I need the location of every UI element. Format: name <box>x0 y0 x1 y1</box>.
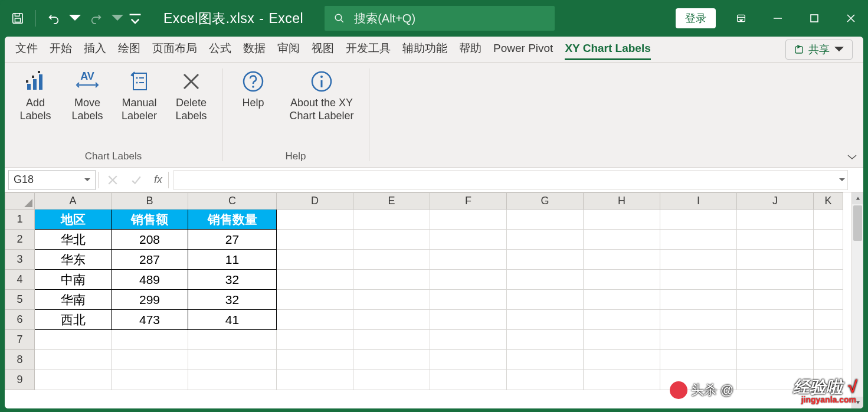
cell[interactable] <box>353 310 430 330</box>
manual-labeler-button[interactable]: ManualLabeler <box>114 66 164 122</box>
cell[interactable] <box>353 330 430 350</box>
undo-dropdown[interactable] <box>69 6 81 30</box>
tab-home[interactable]: 开始 <box>50 37 72 61</box>
scroll-up-button[interactable] <box>852 192 863 204</box>
cell[interactable]: 473 <box>112 310 188 330</box>
cell[interactable] <box>584 230 660 250</box>
tab-view[interactable]: 视图 <box>312 37 334 61</box>
cell[interactable] <box>353 350 430 370</box>
cell[interactable]: 32 <box>188 290 277 310</box>
cell[interactable] <box>660 230 737 250</box>
cell[interactable] <box>814 310 843 330</box>
column-header[interactable]: H <box>584 193 660 210</box>
tab-insert[interactable]: 插入 <box>84 37 106 61</box>
cell[interactable]: 299 <box>112 290 188 310</box>
about-button[interactable]: About the XYChart Labeler <box>280 66 363 122</box>
vertical-scrollbar[interactable] <box>851 192 863 408</box>
save-button[interactable] <box>6 6 30 30</box>
cell[interactable] <box>353 370 430 390</box>
cell[interactable] <box>507 330 584 350</box>
tab-layout[interactable]: 页面布局 <box>152 37 197 61</box>
fx-label[interactable]: fx <box>148 174 168 186</box>
qat-customize[interactable] <box>127 6 143 30</box>
tab-powerpivot[interactable]: Power Pivot <box>493 38 553 60</box>
column-header[interactable]: B <box>112 193 188 210</box>
close-button[interactable] <box>840 7 862 30</box>
cell[interactable] <box>35 330 112 350</box>
confirm-entry-button[interactable] <box>125 170 148 190</box>
cell[interactable] <box>737 250 814 270</box>
cell[interactable] <box>737 270 814 290</box>
tab-review[interactable]: 审阅 <box>277 37 300 61</box>
cell[interactable] <box>188 350 277 370</box>
cell[interactable]: 销售数量 <box>188 210 277 230</box>
row-header[interactable]: 7 <box>5 330 35 350</box>
login-button[interactable]: 登录 <box>676 8 716 28</box>
cell[interactable] <box>430 210 507 230</box>
cell[interactable] <box>660 290 737 310</box>
share-button[interactable]: 共享 <box>785 40 853 60</box>
cell[interactable] <box>353 230 430 250</box>
cell[interactable] <box>660 210 737 230</box>
cell[interactable] <box>277 350 353 370</box>
cell[interactable] <box>277 230 353 250</box>
cell[interactable] <box>584 350 660 370</box>
cell[interactable] <box>277 310 353 330</box>
cell[interactable]: 销售额 <box>112 210 188 230</box>
cell[interactable] <box>507 350 584 370</box>
cell[interactable] <box>814 250 843 270</box>
cell[interactable] <box>737 210 814 230</box>
cell[interactable] <box>737 310 814 330</box>
cell[interactable]: 41 <box>188 310 277 330</box>
cell[interactable] <box>507 230 584 250</box>
cell[interactable] <box>430 230 507 250</box>
cell[interactable]: 华北 <box>35 230 112 250</box>
cell[interactable]: 489 <box>112 270 188 290</box>
cell[interactable] <box>277 330 353 350</box>
cell[interactable] <box>507 250 584 270</box>
cell[interactable]: 27 <box>188 230 277 250</box>
cell[interactable]: 华南 <box>35 290 112 310</box>
cell[interactable] <box>35 350 112 370</box>
column-header[interactable]: K <box>814 193 843 210</box>
maximize-button[interactable] <box>803 7 826 30</box>
redo-dropdown[interactable] <box>112 6 123 30</box>
cell[interactable] <box>507 370 584 390</box>
cell[interactable] <box>814 350 843 370</box>
column-header[interactable]: J <box>737 193 814 210</box>
cell[interactable] <box>430 370 507 390</box>
cell[interactable] <box>430 250 507 270</box>
undo-button[interactable] <box>42 6 65 30</box>
cell[interactable] <box>737 370 814 390</box>
row-header[interactable]: 3 <box>5 250 35 270</box>
cell[interactable]: 208 <box>112 230 188 250</box>
tab-data[interactable]: 数据 <box>243 37 266 61</box>
column-header[interactable]: F <box>430 193 507 210</box>
cell[interactable] <box>112 350 188 370</box>
cell[interactable]: 32 <box>188 270 277 290</box>
formula-expand[interactable] <box>839 175 845 185</box>
cell[interactable] <box>737 290 814 310</box>
cell[interactable] <box>353 210 430 230</box>
cell[interactable] <box>737 230 814 250</box>
cell[interactable]: 华东 <box>35 250 112 270</box>
cell[interactable]: 中南 <box>35 270 112 290</box>
cell[interactable] <box>277 270 353 290</box>
cell[interactable] <box>660 250 737 270</box>
cell[interactable] <box>660 350 737 370</box>
row-header[interactable]: 6 <box>5 310 35 330</box>
cell[interactable] <box>35 370 112 390</box>
column-header[interactable]: C <box>188 193 277 210</box>
cell[interactable] <box>353 270 430 290</box>
cell[interactable] <box>660 270 737 290</box>
row-header[interactable]: 5 <box>5 290 35 310</box>
tab-access[interactable]: 辅助功能 <box>402 37 447 61</box>
help-button[interactable]: Help <box>228 66 278 122</box>
scroll-thumb[interactable] <box>853 205 862 241</box>
tab-dev[interactable]: 开发工具 <box>346 37 391 61</box>
minimize-button[interactable] <box>767 7 789 30</box>
cell[interactable] <box>277 250 353 270</box>
tab-formulas[interactable]: 公式 <box>209 37 231 61</box>
cell[interactable] <box>430 290 507 310</box>
scroll-down-button[interactable] <box>852 397 863 408</box>
